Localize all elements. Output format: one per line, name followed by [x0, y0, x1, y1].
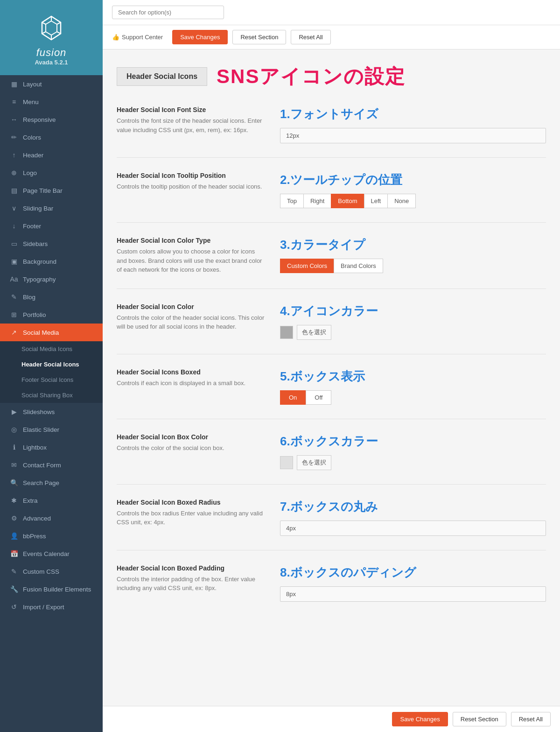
- setting-right: 5.ボックス表示 On Off: [280, 368, 546, 405]
- sidebar-item-import-export[interactable]: ↺ Import / Export: [0, 598, 103, 616]
- color-select-label[interactable]: 色を選択: [297, 455, 331, 470]
- radio-none[interactable]: None: [387, 194, 416, 208]
- radio-right[interactable]: Right: [303, 194, 331, 208]
- sidebar-item-menu[interactable]: ≡ Menu: [0, 93, 103, 111]
- setting-desc: Controls the interior padding of the box…: [117, 575, 266, 593]
- color-swatch[interactable]: [280, 456, 293, 469]
- elastic-slider-icon: ◎: [10, 426, 18, 433]
- setting-row-box-padding: Header Social Icon Boxed Padding Control…: [117, 564, 546, 602]
- sidebar-item-sliding-bar[interactable]: ∨ Sliding Bar: [0, 199, 103, 217]
- sidebar-item-custom-css[interactable]: ✎ Custom CSS: [0, 563, 103, 580]
- radio-custom-colors[interactable]: Custom Colors: [280, 259, 334, 273]
- toggle-on[interactable]: On: [280, 390, 306, 405]
- setting-desc: Controls the box radius Enter value incl…: [117, 509, 266, 527]
- sidebar-item-footer[interactable]: ↓ Footer: [0, 217, 103, 235]
- font-size-input[interactable]: [280, 128, 546, 143]
- toggle-off[interactable]: Off: [306, 390, 331, 405]
- radio-left[interactable]: Left: [364, 194, 388, 208]
- logo-icon: ⊕: [10, 169, 18, 176]
- support-center-label: Support Center: [122, 34, 163, 41]
- search-input[interactable]: [112, 6, 224, 19]
- contact-form-icon: ✉: [10, 461, 18, 469]
- setting-label: Header Social Icon Color: [117, 303, 266, 310]
- sidebar-item-bbpress[interactable]: 👤 bbPress: [0, 527, 103, 545]
- sidebar-item-background[interactable]: ▣ Background: [0, 253, 103, 270]
- sidebar-item-logo[interactable]: ⊕ Logo: [0, 164, 103, 182]
- sidebar-item-lightbox[interactable]: ℹ Lightbox: [0, 438, 103, 456]
- sidebar-item-label: Contact Form: [23, 462, 61, 469]
- divider: [117, 484, 546, 485]
- reset-section-button[interactable]: Reset Section: [232, 30, 286, 44]
- sidebar-item-typography[interactable]: Aa Typography: [0, 270, 103, 288]
- sidebar-item-elastic-slider[interactable]: ◎ Elastic Slider: [0, 421, 103, 438]
- sidebar-item-layout[interactable]: ▦ Layout: [0, 75, 103, 93]
- sidebar-item-label: Colors: [23, 134, 41, 141]
- blog-icon: ✎: [10, 293, 18, 301]
- subnav-header-social-icons[interactable]: Header Social Icons: [0, 357, 103, 372]
- custom-css-icon: ✎: [10, 568, 18, 575]
- sidebar-item-search-page[interactable]: 🔍 Search Page: [0, 474, 103, 492]
- typography-icon: Aa: [10, 275, 18, 283]
- sidebar-item-fusion-builder[interactable]: 🔧 Fusion Builder Elements: [0, 580, 103, 598]
- section-title: Header Social Icons: [117, 67, 207, 86]
- setting-sub-title: 3.カラータイプ: [280, 237, 546, 253]
- subnav-footer-social-icons[interactable]: Footer Social Icons: [0, 372, 103, 387]
- subnav-label: Header Social Icons: [21, 361, 79, 368]
- setting-left: Header Social Icon Font Size Controls th…: [117, 106, 266, 143]
- sidebar-item-extra[interactable]: ✱ Extra: [0, 492, 103, 509]
- bottom-save-changes-button[interactable]: Save Changes: [392, 712, 448, 726]
- sidebar-item-responsive[interactable]: ↔ Responsive: [0, 111, 103, 128]
- slideshows-icon: ▶: [10, 408, 18, 415]
- radio-brand-colors[interactable]: Brand Colors: [334, 259, 383, 273]
- sidebar-item-label: Logo: [23, 169, 37, 176]
- support-center-link[interactable]: 👍 Support Center: [112, 34, 163, 41]
- main-nav: ▦ Layout ≡ Menu ↔ Responsive ✏ Colors ↑ …: [0, 75, 103, 732]
- sidebar-item-events-calendar[interactable]: 📅 Events Calendar: [0, 545, 103, 563]
- import-export-icon: ↺: [10, 603, 18, 611]
- subnav-social-media-icons[interactable]: Social Media Icons: [0, 341, 103, 357]
- bottom-reset-section-button[interactable]: Reset Section: [453, 712, 506, 726]
- sidebar-item-sidebars[interactable]: ▭ Sidebars: [0, 235, 103, 253]
- sidebar-item-label: Footer: [23, 223, 41, 230]
- social-media-icon: ↗: [10, 329, 18, 336]
- setting-row-icon-color: Header Social Icon Color Controls the co…: [117, 303, 546, 340]
- sidebar-item-label: Slideshows: [23, 408, 55, 415]
- radio-bottom[interactable]: Bottom: [331, 194, 364, 208]
- toolbar: 👍 Support Center Save Changes Reset Sect…: [103, 25, 560, 49]
- sidebar-item-slideshows[interactable]: ▶ Slideshows: [0, 403, 103, 421]
- sidebar-item-label: Portfolio: [23, 311, 46, 318]
- subnav-label: Footer Social Icons: [21, 376, 73, 383]
- sidebar-item-contact-form[interactable]: ✉ Contact Form: [0, 456, 103, 474]
- page-title-icon: ▤: [10, 187, 18, 194]
- reset-all-button[interactable]: Reset All: [291, 30, 330, 44]
- sidebar-item-label: Typography: [23, 276, 56, 283]
- sidebar-item-label: Elastic Slider: [23, 426, 59, 433]
- setting-right: 1.フォントサイズ: [280, 106, 546, 143]
- setting-sub-title: 8.ボックスのパディング: [280, 564, 546, 581]
- color-swatch[interactable]: [280, 326, 293, 339]
- color-type-radio-group: Custom Colors Brand Colors: [280, 259, 546, 273]
- subnav-label: Social Sharing Box: [21, 392, 73, 399]
- sidebar-item-social-media[interactable]: ↗ Social Media: [0, 324, 103, 341]
- bottom-reset-all-button[interactable]: Reset All: [511, 712, 551, 726]
- color-select-label[interactable]: 色を選択: [297, 325, 331, 340]
- setting-left: Header Social Icon Boxed Padding Control…: [117, 564, 266, 602]
- sidebar-item-blog[interactable]: ✎ Blog: [0, 288, 103, 306]
- setting-row-box-radius: Header Social Icon Boxed Radius Controls…: [117, 499, 546, 536]
- save-changes-button[interactable]: Save Changes: [172, 30, 228, 44]
- box-padding-input[interactable]: [280, 586, 546, 602]
- background-icon: ▣: [10, 258, 18, 265]
- sidebar-item-label: Import / Export: [23, 604, 64, 611]
- sidebar-item-label: Background: [23, 258, 56, 265]
- sidebar-item-header[interactable]: ↑ Header: [0, 146, 103, 164]
- subnav-social-sharing-box[interactable]: Social Sharing Box: [0, 387, 103, 403]
- radio-top[interactable]: Top: [280, 194, 303, 208]
- sidebar-item-page-title-bar[interactable]: ▤ Page Title Bar: [0, 182, 103, 199]
- box-radius-input[interactable]: [280, 521, 546, 536]
- sidebar-item-advanced[interactable]: ⚙ Advanced: [0, 509, 103, 527]
- sidebar-item-colors[interactable]: ✏ Colors: [0, 128, 103, 146]
- sidebar-item-portfolio[interactable]: ⊞ Portfolio: [0, 306, 103, 324]
- sidebar-item-label: Lightbox: [23, 444, 47, 451]
- search-bar: [103, 0, 560, 25]
- sidebar-item-label: Sidebars: [23, 240, 48, 247]
